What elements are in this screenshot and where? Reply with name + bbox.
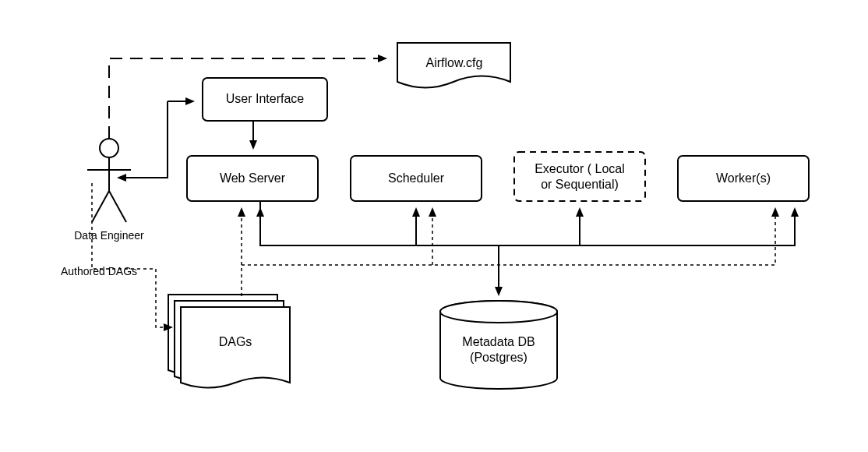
dags-node: DAGs (168, 295, 290, 388)
edge-dags-to-workers (242, 209, 775, 265)
workers-node: Worker(s) (678, 156, 809, 201)
edge-ui-to-engineer (118, 101, 168, 178)
svg-line-11 (109, 191, 126, 222)
airflow-cfg-label: Airflow.cfg (426, 56, 483, 69)
data-engineer-actor: Data Engineer (74, 139, 144, 242)
metadata-db-label-line2: (Postgres) (470, 351, 528, 364)
svg-point-7 (100, 139, 118, 157)
scheduler-node: Scheduler (351, 156, 482, 201)
data-engineer-label: Data Engineer (74, 229, 144, 242)
user-interface-node: User Interface (203, 78, 327, 121)
svg-rect-3 (514, 152, 645, 201)
airflow-cfg-node: Airflow.cfg (397, 43, 510, 88)
executor-label-line2: or Sequential) (541, 178, 619, 191)
airflow-architecture-diagram: Airflow.cfg User Interface Web Server Sc… (0, 0, 868, 452)
executor-label-line1: Executor ( Local (535, 162, 625, 175)
workers-label: Worker(s) (716, 171, 771, 185)
svg-line-10 (92, 191, 109, 222)
user-interface-label: User Interface (226, 92, 305, 105)
dags-label: DAGs (219, 335, 252, 348)
svg-point-6 (440, 301, 557, 323)
metadata-db-label-line1: Metadata DB (462, 335, 535, 348)
web-server-node: Web Server (187, 156, 318, 201)
edge-bus-to-workers (260, 201, 795, 245)
metadata-db-node: Metadata DB (Postgres) (440, 301, 557, 389)
scheduler-label: Scheduler (388, 171, 445, 185)
authored-dags-label: Authored DAGs (61, 265, 137, 277)
web-server-label: Web Server (220, 171, 286, 185)
edge-authored-dags (92, 183, 171, 327)
executor-node: Executor ( Local or Sequential) (514, 152, 645, 201)
